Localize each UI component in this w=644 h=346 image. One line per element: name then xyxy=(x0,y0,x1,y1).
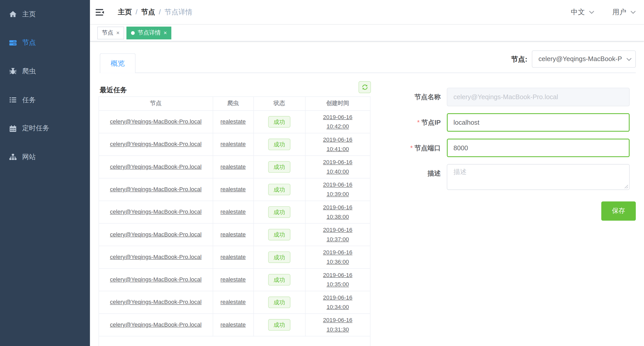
created-time-link[interactable]: 2019-06-1610:36:00 xyxy=(323,248,352,267)
node-link[interactable]: celery@Yeqings-MacBook-Pro.local xyxy=(110,231,202,238)
recent-tasks-table: 节点 爬虫 状态 创建时间 celery@Yeqings-MacBook-Pro… xyxy=(99,96,370,346)
spider-link[interactable]: realestate xyxy=(221,253,246,260)
node-ip-field[interactable] xyxy=(447,113,629,132)
sidebar-item-label: 网站 xyxy=(22,153,36,162)
table-row: celery@Yeqings-MacBook-Pro.local realest… xyxy=(99,268,370,291)
tabs-divider xyxy=(100,73,636,73)
node-link[interactable]: celery@Yeqings-MacBook-Pro.local xyxy=(110,276,202,283)
created-time-link[interactable]: 2019-06-1610:37:00 xyxy=(323,225,352,244)
sidebar-item-spiders[interactable]: 爬虫 xyxy=(0,57,90,86)
chevron-down-icon xyxy=(630,10,636,14)
main-area: 主页 / 节点 / 节点详情 中文 用户 节点 × xyxy=(90,0,644,346)
node-select[interactable]: celery@Yeqings-MacBook-P xyxy=(532,50,636,67)
language-label: 中文 xyxy=(571,7,585,17)
node-select-label: 节点: xyxy=(511,54,527,64)
status-badge: 成功 xyxy=(268,229,290,240)
close-icon[interactable]: × xyxy=(116,30,119,36)
breadcrumb-nodes[interactable]: 节点 xyxy=(141,7,155,17)
spider-link[interactable]: realestate xyxy=(221,141,246,147)
node-port-label: *节点端口 xyxy=(320,139,447,157)
spider-link[interactable]: realestate xyxy=(221,208,246,215)
created-time-link[interactable]: 2019-06-1610:34:00 xyxy=(323,293,352,312)
language-dropdown[interactable]: 中文 xyxy=(571,7,594,17)
node-port-field[interactable] xyxy=(447,139,629,157)
sidebar-item-tasks[interactable]: 任务 xyxy=(0,86,90,114)
spider-link[interactable]: realestate xyxy=(221,163,246,170)
status-badge: 成功 xyxy=(268,206,290,218)
table-row: celery@Yeqings-MacBook-Pro.local realest… xyxy=(99,201,370,223)
node-link[interactable]: celery@Yeqings-MacBook-Pro.local xyxy=(110,186,202,192)
status-badge: 成功 xyxy=(268,183,290,195)
created-time-link[interactable]: 2019-06-1610:31:30 xyxy=(323,315,352,334)
sidebar-item-sites[interactable]: 网站 xyxy=(0,143,90,171)
calendar-icon xyxy=(9,124,17,133)
spider-link[interactable]: realestate xyxy=(221,186,246,192)
node-name-field[interactable] xyxy=(447,88,629,106)
node-link[interactable]: celery@Yeqings-MacBook-Pro.local xyxy=(110,253,202,260)
node-link[interactable]: celery@Yeqings-MacBook-Pro.local xyxy=(110,299,202,305)
status-badge: 成功 xyxy=(268,274,290,285)
status-badge: 成功 xyxy=(268,251,290,263)
sidebar-item-label: 节点 xyxy=(22,38,36,47)
close-icon[interactable]: × xyxy=(163,30,167,36)
sidebar-item-home[interactable]: 主页 xyxy=(0,0,90,29)
home-icon xyxy=(9,10,17,18)
node-detail-page: 概览 节点: celery@Yeqings-MacBook-P 最近任务 xyxy=(90,42,644,346)
node-link[interactable]: celery@Yeqings-MacBook-Pro.local xyxy=(110,321,202,328)
form-row-ip: *节点IP xyxy=(320,113,636,132)
breadcrumb-home[interactable]: 主页 xyxy=(118,7,132,17)
sidebar-item-label: 爬虫 xyxy=(22,67,36,76)
breadcrumb-current: 节点详情 xyxy=(165,7,192,17)
spider-link[interactable]: realestate xyxy=(221,276,246,283)
table-row: celery@Yeqings-MacBook-Pro.local realest… xyxy=(99,291,370,313)
resize-grip-icon[interactable] xyxy=(624,184,628,189)
user-dropdown[interactable]: 用户 xyxy=(612,7,636,17)
node-link[interactable]: celery@Yeqings-MacBook-Pro.local xyxy=(110,118,202,125)
node-link[interactable]: celery@Yeqings-MacBook-Pro.local xyxy=(110,208,202,215)
sidebar: 主页 节点 爬虫 xyxy=(0,0,90,346)
created-time-link[interactable]: 2019-06-1610:38:00 xyxy=(323,202,352,221)
bug-icon xyxy=(9,67,17,75)
node-select-value: celery@Yeqings-MacBook-P xyxy=(538,55,622,62)
sidebar-item-nodes[interactable]: 节点 xyxy=(0,29,90,57)
column-header-node: 节点 xyxy=(99,97,213,110)
spider-link[interactable]: realestate xyxy=(221,299,246,305)
spider-link[interactable]: realestate xyxy=(221,321,246,328)
status-badge: 成功 xyxy=(268,161,290,172)
chevron-down-icon xyxy=(626,58,632,61)
tag-node-detail[interactable]: 节点详情 × xyxy=(127,27,171,39)
sidebar-item-label: 任务 xyxy=(22,95,36,104)
description-label: 描述 xyxy=(320,164,447,182)
crawlab-app: 主页 节点 爬虫 xyxy=(0,0,644,346)
server-icon xyxy=(9,39,17,47)
list-icon xyxy=(9,96,17,104)
node-link[interactable]: celery@Yeqings-MacBook-Pro.local xyxy=(110,163,202,170)
node-link[interactable]: celery@Yeqings-MacBook-Pro.local xyxy=(110,141,202,147)
table-row: celery@Yeqings-MacBook-Pro.local realest… xyxy=(99,223,370,246)
created-time-link[interactable]: 2019-06-1610:35:00 xyxy=(323,270,352,289)
breadcrumb-separator: / xyxy=(159,8,161,16)
save-button[interactable]: 保存 xyxy=(601,201,636,221)
table-row: celery@Yeqings-MacBook-Pro.local realest… xyxy=(99,246,370,268)
breadcrumb-separator: / xyxy=(136,8,138,16)
user-label: 用户 xyxy=(612,7,626,17)
tab-overview[interactable]: 概览 xyxy=(100,53,136,73)
navbar-right: 中文 用户 xyxy=(571,7,636,17)
status-badge: 成功 xyxy=(268,116,290,127)
sitemap-icon xyxy=(9,153,17,161)
hamburger-icon[interactable] xyxy=(95,7,105,17)
sidebar-item-schedules[interactable]: 定时任务 xyxy=(0,114,90,143)
node-name-label: 节点名称 xyxy=(320,88,447,106)
sidebar-item-label: 主页 xyxy=(22,10,36,19)
tags-bar: 节点 × 节点详情 × xyxy=(90,25,644,41)
tag-label: 节点详情 xyxy=(138,29,161,37)
description-field[interactable] xyxy=(447,164,629,190)
node-select-row: 节点: celery@Yeqings-MacBook-P xyxy=(511,50,636,67)
chevron-down-icon xyxy=(589,10,594,14)
form-row-port: *节点端口 xyxy=(320,139,636,157)
spider-link[interactable]: realestate xyxy=(221,118,246,125)
spider-link[interactable]: realestate xyxy=(221,231,246,238)
active-dot xyxy=(131,31,135,34)
sidebar-item-label: 定时任务 xyxy=(22,124,49,133)
tag-nodes[interactable]: 节点 × xyxy=(97,27,124,39)
